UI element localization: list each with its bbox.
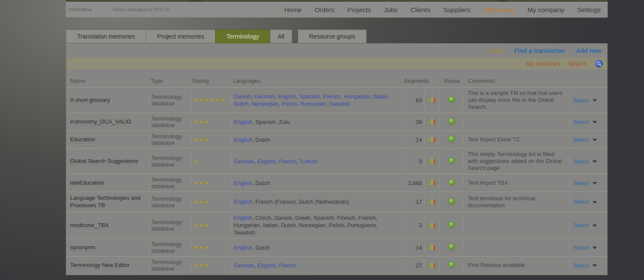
dropdown-caret-icon[interactable] [592, 121, 597, 124]
rating-stars: ★★★★★★ [192, 90, 232, 111]
language-hungarian: Hungarian [234, 222, 260, 228]
tab-terminology[interactable]: Terminology [215, 29, 270, 43]
language-link-turkish[interactable]: Turkish [299, 158, 318, 165]
dropdown-caret-icon[interactable] [592, 182, 597, 185]
select-action[interactable]: Select [573, 137, 589, 143]
language-link-english[interactable]: English [234, 180, 252, 186]
tab-project-memories[interactable]: Project memories [146, 29, 216, 43]
nav-item-my-company[interactable]: My company [528, 6, 564, 13]
language-link-swedish[interactable]: Swedish [329, 101, 350, 107]
dropdown-caret-icon[interactable] [592, 264, 597, 267]
add-new-link[interactable]: Add new [576, 47, 601, 54]
reuse-indicator-icon[interactable] [448, 179, 455, 187]
statistics-chart-icon[interactable] [428, 136, 436, 143]
language-link-english[interactable]: English [278, 93, 296, 100]
resource-name-link[interactable]: medtronic_TBX [70, 221, 109, 229]
dropdown-caret-icon[interactable] [592, 160, 597, 163]
language-link-english[interactable]: English [234, 199, 252, 205]
language-link-danish[interactable]: Danish [234, 93, 251, 100]
language-link-german[interactable]: German [254, 93, 275, 100]
resource-name-link[interactable]: lateEducation [70, 179, 104, 187]
tab-all[interactable]: All [270, 29, 293, 43]
language-link-english[interactable]: English [257, 262, 276, 269]
help-link[interactable]: Help [490, 47, 503, 54]
dropdown-caret-icon[interactable] [592, 247, 597, 249]
resource-name-link[interactable]: synonyms [70, 244, 96, 251]
nav-item-orders[interactable]: Orders [315, 6, 335, 13]
tab-translation-memories[interactable]: Translation memories [66, 29, 146, 43]
language-link-hungarian[interactable]: Hungarian [344, 93, 370, 100]
statistics-chart-icon[interactable] [428, 118, 436, 125]
select-action[interactable]: Select [573, 262, 589, 269]
select-action[interactable]: Select [573, 222, 589, 228]
reuse-indicator-icon[interactable] [448, 261, 455, 269]
segments-count: 63 [403, 90, 425, 111]
select-action[interactable]: Select [573, 158, 589, 165]
table-row: lateEducation Terminology database ★★★ E… [66, 174, 607, 192]
select-action[interactable]: Select [573, 244, 589, 251]
tab-resource-groups[interactable]: Resource groups [298, 29, 367, 43]
nav-item-jobs[interactable]: Jobs [384, 6, 398, 13]
language-link-german[interactable]: German [234, 262, 254, 269]
statistics-chart-icon[interactable] [428, 158, 436, 165]
language-link-dutch[interactable]: Dutch [234, 101, 248, 107]
nav-item-clients[interactable]: Clients [411, 6, 431, 13]
statistics-chart-icon[interactable] [428, 262, 436, 269]
language-link-norwegian[interactable]: Norwegian [251, 101, 278, 107]
select-action[interactable]: Select [573, 180, 589, 186]
reuse-indicator-icon[interactable] [448, 244, 455, 251]
language-link-italian[interactable]: Italian [373, 93, 388, 100]
language-link-french[interactable]: French [323, 93, 340, 100]
my-searches-link[interactable]: My searches [526, 60, 560, 67]
language-link-english[interactable]: English [234, 244, 252, 251]
language-link-spanish[interactable]: Spanish [299, 93, 320, 100]
select-action[interactable]: Select [573, 199, 589, 205]
language-link-french[interactable]: French [279, 158, 296, 165]
language-link-english[interactable]: English [234, 137, 252, 143]
dropdown-caret-icon[interactable] [592, 201, 597, 204]
resource-name-link[interactable]: A short glossary [70, 96, 110, 104]
language-dutch: Dutch [255, 180, 270, 186]
reuse-indicator-icon[interactable] [448, 118, 455, 126]
language-link-english[interactable]: English [234, 215, 252, 221]
nav-item-projects[interactable]: Projects [348, 6, 371, 13]
statistics-chart-icon[interactable] [428, 179, 436, 186]
table-row: medtronic_TBX Terminology database ★★★ E… [66, 212, 607, 238]
statistics-chart-icon[interactable] [428, 222, 436, 229]
nav-item-resources[interactable]: Resources [483, 6, 515, 13]
resource-name-link[interactable]: Language Technologies and Processes TB [70, 194, 148, 209]
rating-stars: ★★★ [192, 241, 232, 254]
language-link-romanian[interactable]: Romanian [300, 101, 325, 107]
dropdown-caret-icon[interactable] [592, 99, 597, 102]
reuse-indicator-icon[interactable] [448, 96, 455, 104]
dropdown-caret-icon[interactable] [592, 225, 597, 227]
reuse-indicator-icon[interactable] [448, 157, 455, 165]
reuse-indicator-icon[interactable] [448, 136, 455, 143]
select-action[interactable]: Select [573, 119, 589, 125]
select-action[interactable]: Select [573, 97, 589, 104]
language-link-french[interactable]: French [279, 262, 296, 269]
statistics-chart-icon[interactable] [428, 199, 436, 205]
search-link[interactable]: Search [568, 60, 587, 67]
language-link-german[interactable]: German [234, 158, 254, 165]
nav-item-settings[interactable]: Settings [577, 6, 601, 13]
resource-name-link[interactable]: Education [70, 136, 95, 143]
language-link-english[interactable]: English [257, 158, 276, 165]
dropdown-caret-icon[interactable] [592, 139, 597, 141]
statistics-chart-icon[interactable] [428, 244, 436, 251]
resource-name-link[interactable]: Global Search Suggestions [70, 157, 138, 165]
reuse-indicator-icon[interactable] [448, 198, 455, 206]
find-a-translation-link[interactable]: Find a translation [514, 47, 565, 54]
statistics-chart-icon[interactable] [428, 97, 436, 104]
language-czech: Czech [255, 215, 271, 221]
reuse-indicator-icon[interactable] [448, 221, 455, 229]
search-icon[interactable] [595, 60, 603, 68]
resource-name-link[interactable]: Terminology New Editor [70, 261, 129, 269]
language-link-polish[interactable]: Polish [282, 101, 297, 107]
language-link-english[interactable]: English [234, 119, 252, 125]
segments-count: 17 [403, 194, 425, 209]
resource-name-link[interactable]: Astronomy_DCA_VALID [70, 118, 131, 126]
star-icon: ★ [193, 119, 199, 125]
nav-item-suppliers[interactable]: Suppliers [444, 6, 471, 13]
nav-item-home[interactable]: Home [284, 6, 302, 13]
